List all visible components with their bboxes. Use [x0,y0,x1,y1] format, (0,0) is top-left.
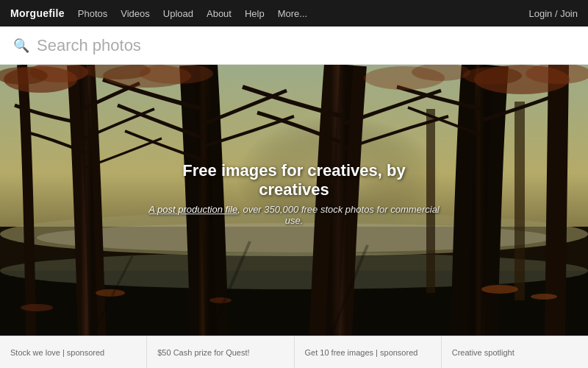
auth-link[interactable]: Login / Join [529,8,578,19]
nav-link-upload[interactable]: Upload [157,5,199,22]
bottom-section-2[interactable]: Get 10 free images | sponsored [295,336,442,368]
nav-link-videos[interactable]: Videos [115,5,156,22]
hero-sub-underline: A post production file [148,204,237,215]
search-input[interactable] [37,36,575,55]
nav-links: Photos Videos Upload About Help More... [72,5,313,22]
bottom-section-1[interactable]: $50 Cash prize for Quest! [147,336,294,368]
bottom-section-3[interactable]: Creative spotlight [442,336,588,368]
hero-text-block: Free images for creatives, by creatives … [147,161,441,226]
nav-link-help[interactable]: Help [239,5,270,22]
nav-link-more[interactable]: More... [272,5,313,22]
bottom-bar: Stock we love | sponsored $50 Cash prize… [0,336,588,368]
brand-logo[interactable]: Morguefile [10,7,65,19]
hero-section: Free images for creatives, by creatives … [0,65,588,336]
nav-link-about[interactable]: About [201,5,237,22]
search-icon: 🔍 [13,38,29,54]
hero-sub-title: A post production file, over 350,000 fre… [147,204,441,226]
top-navigation: Morguefile Photos Videos Upload About He… [0,0,588,26]
hero-main-title: Free images for creatives, by creatives [147,161,441,199]
bottom-section-0[interactable]: Stock we love | sponsored [0,336,147,368]
hero-sub-suffix: , over 350,000 free stock photos for com… [237,204,440,226]
search-bar: 🔍 [0,26,588,65]
nav-link-photos[interactable]: Photos [72,5,113,22]
